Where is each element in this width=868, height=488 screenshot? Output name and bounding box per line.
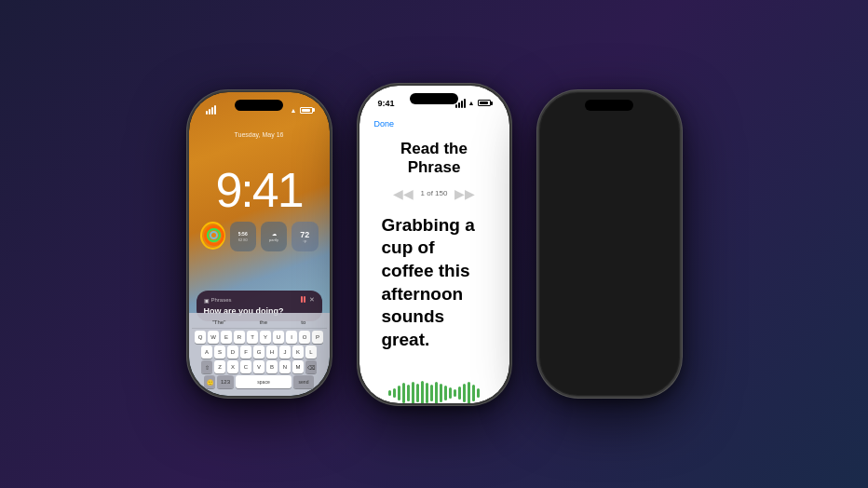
key-send[interactable]: send [293,375,314,388]
dynamic-island-center [410,93,458,104]
wave-bar-15 [454,389,456,397]
phone-right: 9:41 ▲ [537,90,682,398]
key-i[interactable]: I [286,331,297,344]
key-r[interactable]: R [234,331,245,344]
phrases-icon: ▣ [204,297,210,304]
key-g[interactable]: G [253,346,264,359]
wave-bar-4 [402,383,405,403]
center-status-icons: ▲ [455,99,491,108]
phrase-next-btn[interactable]: ▶▶ [454,186,475,201]
waveform [388,380,480,403]
key-t[interactable]: T [247,331,258,344]
dynamic-island-right [585,100,633,111]
key-v[interactable]: V [253,360,264,373]
key-c[interactable]: C [240,360,251,373]
key-n[interactable]: N [279,360,291,373]
clock-widget-1: 5:56 62 80 [230,222,256,251]
key-m[interactable]: M [292,360,304,373]
wave-bar-20 [477,388,480,398]
wifi-icon: ▲ [291,107,297,114]
key-f[interactable]: F [240,346,251,359]
kb-suggestions-left: "The" the to [192,317,327,329]
signal-icon [206,105,216,115]
key-b[interactable]: B [266,360,278,373]
clock-1-time: 5:56 [238,231,248,237]
close-icon[interactable]: ✕ [309,296,315,304]
wave-bar-5 [407,385,410,401]
phrases-controls: ✕ [301,296,315,304]
key-d[interactable]: D [227,346,238,359]
read-phrase-title: Read the Phrase [359,132,509,186]
center-screen: 9:41 ▲ Done Read the Phrase [359,86,509,403]
phrases-header: ▣ Phrases ✕ [204,296,315,304]
temp-value: 72 [300,230,309,239]
key-e[interactable]: E [221,331,232,344]
key-h[interactable]: H [266,346,278,359]
wave-bar-2 [393,388,396,398]
phrase-nav: ◀◀ 1 of 150 ▶▶ [359,186,509,201]
wave-bar-14 [449,387,452,399]
key-k[interactable]: K [292,346,304,359]
weather-widget: ☁ partly [261,222,287,251]
temp-widget: 72 °F [292,222,318,251]
activity-widget [200,222,225,250]
wave-bar-18 [468,382,470,403]
pause-icon[interactable] [301,296,305,304]
wave-bar-19 [472,385,475,401]
center-time: 9:41 [378,99,395,108]
key-shift[interactable]: ⇧ [201,360,212,373]
key-123[interactable]: 123 [217,375,234,388]
key-backspace[interactable]: ⌫ [305,360,317,373]
kb-row-3: ⇧ Z X C V B N M ⌫ [192,360,327,373]
wave-bar-1 [388,390,391,396]
wave-bar-8 [421,381,424,403]
center-battery-icon [478,100,491,106]
phrase-counter: 1 of 150 [421,189,448,197]
key-j[interactable]: J [279,346,291,359]
left-keyboard: "The" the to Q W E R T Y U I O P A [189,313,330,396]
left-date: Tuesday, May 16 [189,131,330,138]
key-emoji[interactable]: 🙂 [204,375,215,388]
phones-container: ▲ Tuesday, May 16 9:41 5:56 [169,65,700,424]
key-space[interactable]: space [236,375,292,388]
clock-1-range: 62 80 [238,237,248,242]
phone-center: 9:41 ▲ Done Read the Phrase [358,84,511,405]
key-w[interactable]: W [208,331,219,344]
key-l[interactable]: L [305,346,317,359]
left-time: 9:41 [189,166,330,214]
wave-bar-7 [416,384,419,402]
wave-bar-10 [430,385,433,401]
key-x[interactable]: X [227,360,238,373]
wave-bar-17 [463,384,466,402]
wave-bar-12 [440,384,442,402]
key-z[interactable]: Z [214,360,225,373]
center-wifi-icon: ▲ [468,100,475,106]
left-widgets: 5:56 62 80 ☁ partly 72 °F [189,222,330,251]
wave-bar-13 [444,386,447,400]
wave-bar-3 [398,386,400,400]
key-p[interactable]: P [312,331,323,344]
wave-bar-9 [426,383,428,403]
phrases-label: ▣ Phrases [204,297,232,304]
phone-left: ▲ Tuesday, May 16 9:41 5:56 [187,90,332,398]
key-u[interactable]: U [273,331,284,344]
phrase-text: Grabbing a cup of coffee this afternoon … [359,214,509,352]
kb-row-1: Q W E R T Y U I O P [192,331,327,344]
kb-row-2: A S D F G H J K L [192,346,327,359]
key-a[interactable]: A [201,346,212,359]
phrase-prev-btn[interactable]: ◀◀ [393,186,414,201]
key-q[interactable]: Q [195,331,206,344]
wave-bar-11 [435,382,438,403]
left-screen: ▲ Tuesday, May 16 9:41 5:56 [189,92,330,396]
done-button[interactable]: Done [359,108,509,132]
battery-icon [300,107,313,114]
dynamic-island-left [235,100,283,111]
key-o[interactable]: O [299,331,310,344]
wave-bar-6 [412,382,414,403]
kb-row-4: 🙂 123 space send [192,375,327,388]
key-y[interactable]: Y [260,331,271,344]
key-s[interactable]: S [214,346,225,359]
waveform-area: Listening... [359,380,509,403]
wave-bar-16 [458,386,461,400]
